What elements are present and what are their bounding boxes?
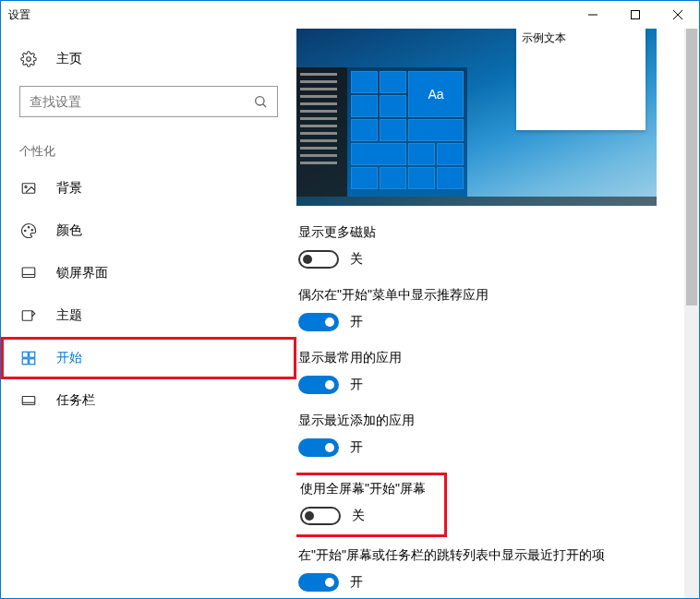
sidebar-item-label: 任务栏 xyxy=(56,392,95,409)
svg-line-6 xyxy=(263,104,266,107)
toggle-suggestions[interactable] xyxy=(298,313,339,331)
sidebar-item-label: 开始 xyxy=(56,350,82,366)
svg-rect-18 xyxy=(30,359,35,365)
svg-point-10 xyxy=(28,227,30,229)
sidebar-item-colors[interactable]: 颜色 xyxy=(1,210,296,252)
toggle-text: 开 xyxy=(350,314,363,330)
svg-rect-19 xyxy=(22,397,35,405)
scrollbar-thumb[interactable] xyxy=(686,29,697,305)
setting-label: 显示更多磁贴 xyxy=(298,224,682,241)
svg-point-9 xyxy=(25,230,27,232)
window-controls xyxy=(572,1,699,29)
taskbar-icon xyxy=(19,392,38,409)
toggle-text: 开 xyxy=(350,439,363,456)
home-link[interactable]: 主页 xyxy=(1,42,296,77)
window-title: 设置 xyxy=(8,7,572,23)
toggle-text: 关 xyxy=(352,508,365,524)
toggle-text: 关 xyxy=(350,251,363,268)
setting-label: 偶尔在"开始"菜单中显示推荐应用 xyxy=(298,287,682,304)
setting-label: 显示最近添加的应用 xyxy=(298,413,682,429)
svg-point-4 xyxy=(27,57,31,62)
toggle-text: 开 xyxy=(350,574,363,591)
sidebar-item-label: 主题 xyxy=(56,307,82,324)
svg-rect-1 xyxy=(632,11,640,19)
setting-most-used: 显示最常用的应用 开 xyxy=(296,350,682,394)
sidebar-item-label: 颜色 xyxy=(56,222,82,239)
preview-tiles: Aa xyxy=(347,67,467,197)
minimize-button[interactable] xyxy=(572,1,614,29)
svg-rect-14 xyxy=(22,311,32,321)
setting-jumplist: 在"开始"屏幕或任务栏的跳转列表中显示最近打开的项 开 xyxy=(296,547,682,592)
svg-point-11 xyxy=(31,230,33,232)
sidebar-item-start[interactable]: 开始 xyxy=(1,337,296,379)
sidebar-item-themes[interactable]: 主题 xyxy=(1,294,296,337)
setting-label: 在"开始"屏幕或任务栏的跳转列表中显示最近打开的项 xyxy=(298,547,682,564)
setting-label: 显示最常用的应用 xyxy=(298,350,682,366)
setting-fullscreen-start: 使用全屏幕"开始"屏幕 关 xyxy=(296,475,444,534)
preview-tooltip: 示例文本 xyxy=(516,29,646,130)
setting-more-tiles: 显示更多磁贴 关 xyxy=(296,224,682,269)
sidebar-item-label: 锁屏界面 xyxy=(56,265,108,282)
sidebar-item-background[interactable]: 背景 xyxy=(1,167,296,210)
maximize-button[interactable] xyxy=(614,1,657,29)
search-input[interactable] xyxy=(19,86,278,117)
svg-point-8 xyxy=(25,186,27,187)
lockscreen-icon xyxy=(19,265,38,282)
svg-rect-12 xyxy=(22,268,35,278)
toggle-text: 开 xyxy=(350,377,363,393)
titlebar: 设置 xyxy=(1,1,699,29)
svg-point-5 xyxy=(256,97,264,105)
toggle-most-used[interactable] xyxy=(298,376,339,394)
sidebar-item-lockscreen[interactable]: 锁屏界面 xyxy=(1,252,296,294)
gear-icon xyxy=(19,51,38,67)
close-button[interactable] xyxy=(657,1,699,29)
home-label: 主页 xyxy=(56,51,82,67)
setting-recently-added: 显示最近添加的应用 开 xyxy=(296,413,682,457)
scrollbar[interactable] xyxy=(684,29,699,598)
preview-taskbar xyxy=(296,197,657,206)
theme-icon xyxy=(19,307,38,324)
setting-label: 使用全屏幕"开始"屏幕 xyxy=(300,481,437,497)
palette-icon xyxy=(19,222,38,239)
preview-tile-aa: Aa xyxy=(408,71,464,117)
main-panel: 示例文本 Aa 显示更多磁贴 关 xyxy=(296,29,699,598)
sidebar-item-taskbar[interactable]: 任务栏 xyxy=(1,379,296,422)
picture-icon xyxy=(19,180,38,197)
start-preview: 示例文本 Aa xyxy=(296,29,657,206)
svg-rect-17 xyxy=(22,359,28,365)
sidebar-item-label: 背景 xyxy=(56,180,82,197)
search-field[interactable] xyxy=(30,94,253,109)
start-icon xyxy=(19,350,38,366)
toggle-fullscreen-start[interactable] xyxy=(300,507,341,525)
toggle-jumplist[interactable] xyxy=(298,573,339,592)
toggle-more-tiles[interactable] xyxy=(298,250,339,269)
setting-suggestions: 偶尔在"开始"菜单中显示推荐应用 开 xyxy=(296,287,682,331)
svg-rect-15 xyxy=(22,352,28,357)
preview-startlist xyxy=(296,67,347,197)
toggle-recently-added[interactable] xyxy=(298,438,339,457)
sidebar: 主页 个性化 背景 颜色 锁屏界面 主题 开始 xyxy=(1,29,296,598)
search-icon xyxy=(253,94,268,109)
svg-rect-16 xyxy=(30,352,35,357)
section-title: 个性化 xyxy=(1,126,296,167)
